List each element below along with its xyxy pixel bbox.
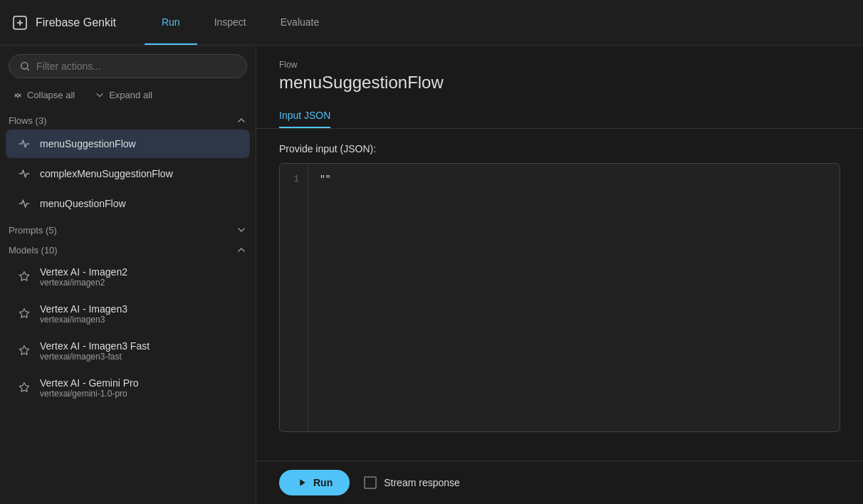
sidebar-item-two-line: Vertex AI - Imagen3 Fast vertexai/imagen… <box>40 340 150 362</box>
content-area: Flow menuSuggestionFlow Input JSON Provi… <box>256 46 863 504</box>
search-icon <box>19 61 31 72</box>
models-section-header[interactable]: Models (10) <box>0 238 256 258</box>
bottom-bar: Run Stream response <box>256 461 863 504</box>
search-input-wrapper <box>9 54 247 78</box>
model-icon-2 <box>17 307 31 321</box>
run-button[interactable]: Run <box>279 470 350 495</box>
breadcrumb: Flow <box>279 60 840 70</box>
sidebar-item-imagen3fast[interactable]: Vertex AI - Imagen3 Fast vertexai/imagen… <box>6 333 250 369</box>
collapse-icon <box>13 90 23 100</box>
collapse-all-button[interactable]: Collapse all <box>9 87 79 103</box>
expand-icon <box>95 90 105 100</box>
nav-tabs: Run Inspect Evaluate <box>145 0 336 45</box>
sidebar-item-two-line: Vertex AI - Imagen3 vertexai/imagen3 <box>40 303 127 325</box>
content-header: Flow menuSuggestionFlow Input JSON <box>256 46 863 129</box>
flows-chevron-icon <box>236 115 247 126</box>
main-layout: Collapse all Expand all Flows (3) <box>0 46 863 504</box>
editor-content[interactable]: "" <box>308 164 840 431</box>
sidebar-item-menuquestionflow[interactable]: menuQuestionFlow <box>6 189 250 218</box>
collapse-expand-row: Collapse all Expand all <box>0 84 256 109</box>
model-icon <box>17 270 31 284</box>
stream-checkbox[interactable] <box>364 476 377 489</box>
sidebar-item-label: menuQuestionFlow <box>40 198 126 209</box>
stream-response-label[interactable]: Stream response <box>364 476 460 489</box>
flows-section-header[interactable]: Flows (3) <box>0 109 256 129</box>
sidebar-item-geminipro[interactable]: Vertex AI - Gemini Pro vertexai/gemini-1… <box>6 370 250 406</box>
content-tabs: Input JSON <box>279 104 840 128</box>
page-title: menuSuggestionFlow <box>279 73 840 93</box>
models-title: Models (10) <box>9 245 58 256</box>
flow-icon <box>17 137 31 151</box>
sidebar-item-menusuggestionflow[interactable]: menuSuggestionFlow <box>6 130 250 158</box>
flow-icon-3 <box>17 196 31 211</box>
sidebar: Collapse all Expand all Flows (3) <box>0 46 256 504</box>
search-input[interactable] <box>36 61 236 72</box>
model-icon-3 <box>17 344 31 358</box>
sidebar-item-complexmenusuggestionflow[interactable]: complexMenuSuggestionFlow <box>6 159 250 188</box>
nav-tab-evaluate[interactable]: Evaluate <box>263 0 336 45</box>
nav-tab-run[interactable]: Run <box>145 0 197 45</box>
sidebar-item-label: complexMenuSuggestionFlow <box>40 168 173 179</box>
flow-icon-2 <box>17 167 31 181</box>
flows-title: Flows (3) <box>9 115 46 126</box>
play-icon <box>296 477 308 488</box>
sidebar-item-two-line: Vertex AI - Imagen2 vertexai/imagen2 <box>40 266 127 288</box>
prompts-chevron-icon <box>236 224 247 236</box>
input-label: Provide input (JSON): <box>279 143 840 154</box>
model-icon-4 <box>17 381 31 395</box>
expand-all-button[interactable]: Expand all <box>90 87 157 103</box>
svg-point-1 <box>21 63 28 69</box>
top-nav: Firebase Genkit Run Inspect Evaluate <box>0 0 863 46</box>
logo-area: Firebase Genkit <box>11 14 116 31</box>
content-body: Provide input (JSON): 1 "" <box>256 129 863 461</box>
json-editor: 1 "" <box>279 163 840 432</box>
sidebar-item-two-line: Vertex AI - Gemini Pro vertexai/gemini-1… <box>40 377 139 399</box>
line-numbers: 1 <box>280 164 308 431</box>
search-bar <box>0 46 256 84</box>
prompts-title: Prompts (5) <box>9 225 57 236</box>
models-chevron-icon <box>236 244 247 256</box>
stream-label: Stream response <box>384 477 460 488</box>
sidebar-item-imagen2[interactable]: Vertex AI - Imagen2 vertexai/imagen2 <box>6 259 250 295</box>
tab-input-json[interactable]: Input JSON <box>279 104 330 128</box>
sidebar-item-imagen3[interactable]: Vertex AI - Imagen3 vertexai/imagen3 <box>6 296 250 332</box>
logo-text: Firebase Genkit <box>36 16 116 29</box>
sidebar-item-label: menuSuggestionFlow <box>40 138 136 149</box>
nav-tab-inspect[interactable]: Inspect <box>197 0 263 45</box>
prompts-section-header[interactable]: Prompts (5) <box>0 219 256 238</box>
logo-icon <box>11 14 28 31</box>
